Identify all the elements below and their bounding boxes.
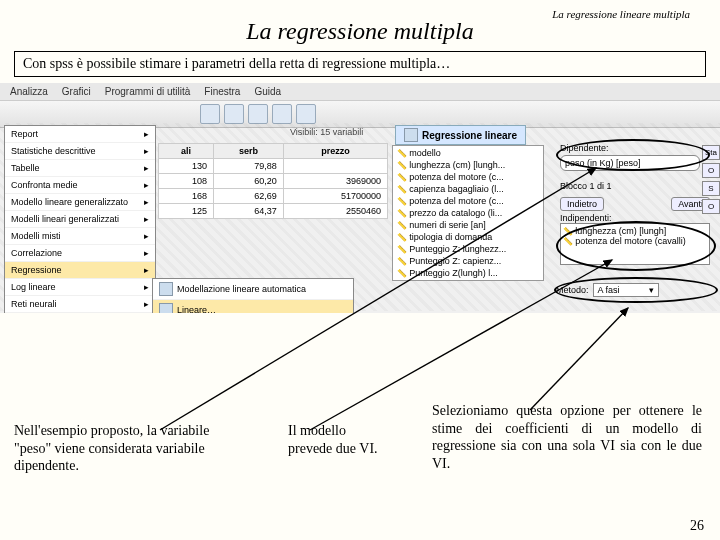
independent-field[interactable]: lunghezza (cm) [lungh] potenza del motor… bbox=[560, 223, 710, 265]
chart-icon bbox=[159, 303, 173, 313]
var-item[interactable]: tipologia di domanda bbox=[394, 231, 542, 243]
var-item[interactable]: Punteggio Z: capienz... bbox=[394, 255, 542, 267]
submenu-row[interactable]: Modellazione lineare automatica bbox=[153, 279, 353, 300]
var-item[interactable]: potenza del motore (c... bbox=[394, 171, 542, 183]
var-item[interactable]: numeri di serie [an] bbox=[394, 219, 542, 231]
menubar: Analizza Grafici Programmi di utilità Fi… bbox=[0, 83, 720, 101]
note-right: Selezioniamo questa opzione per ottenere… bbox=[432, 402, 702, 472]
menu-row-selected[interactable]: Regressione▸ bbox=[5, 262, 155, 279]
menu-row[interactable]: Modelli misti▸ bbox=[5, 228, 155, 245]
dependent-box: Dipendente: peso (in Kg) [peso] bbox=[560, 143, 700, 171]
menu-row[interactable]: Confronta medie▸ bbox=[5, 177, 155, 194]
page-title: La regressione multipla bbox=[0, 18, 720, 45]
cell: 64,37 bbox=[214, 204, 284, 219]
var-item[interactable]: prezzo da catalogo (li... bbox=[394, 207, 542, 219]
save-button[interactable]: S bbox=[702, 181, 720, 196]
block-row: Blocco 1 di 1 bbox=[560, 181, 710, 191]
data-grid: ali serb prezzo 13079,88 10860,203969000… bbox=[158, 143, 388, 219]
menu-row[interactable]: Reti neurali▸ bbox=[5, 296, 155, 313]
toolbar-icon[interactable] bbox=[224, 104, 244, 124]
menu-row[interactable]: Tabelle▸ bbox=[5, 160, 155, 177]
cell: 125 bbox=[159, 204, 214, 219]
opts2-button[interactable]: O bbox=[702, 199, 720, 214]
method-row: Metodo: A fasi▾ bbox=[556, 283, 712, 297]
indep-item: potenza del motore (cavalli) bbox=[563, 236, 707, 246]
menu-item[interactable]: Guida bbox=[254, 86, 281, 97]
visibility-label: Visibili: 15 variabili bbox=[290, 127, 363, 137]
var-item[interactable]: modello bbox=[394, 147, 542, 159]
cell: 108 bbox=[159, 174, 214, 189]
back-button[interactable]: Indietro bbox=[560, 197, 604, 211]
col-header: prezzo bbox=[283, 144, 387, 159]
toolbar-icon[interactable] bbox=[296, 104, 316, 124]
method-label: Metodo: bbox=[556, 285, 589, 295]
corner-header: La regressione lineare multipla bbox=[552, 8, 690, 20]
side-buttons: Sta O S O bbox=[702, 145, 720, 214]
indep-item: lunghezza (cm) [lungh] bbox=[563, 226, 707, 236]
regression-icon bbox=[404, 128, 418, 142]
analyze-menu[interactable]: Report▸ Statistiche descrittive▸ Tabelle… bbox=[4, 125, 156, 313]
cell: 62,69 bbox=[214, 189, 284, 204]
cell: 79,88 bbox=[214, 159, 284, 174]
stats-button[interactable]: Sta bbox=[702, 145, 720, 160]
cell: 2550460 bbox=[283, 204, 387, 219]
menu-row[interactable]: Log lineare▸ bbox=[5, 279, 155, 296]
menu-item[interactable]: Programmi di utilità bbox=[105, 86, 191, 97]
cell: 3969000 bbox=[283, 174, 387, 189]
cell: 60,20 bbox=[214, 174, 284, 189]
dependent-label: Dipendente: bbox=[560, 143, 700, 153]
menu-row[interactable]: Modello lineare generalizzato▸ bbox=[5, 194, 155, 211]
menu-row[interactable]: Report▸ bbox=[5, 126, 155, 143]
note-mid: Il modello prevede due VI. bbox=[288, 422, 388, 457]
page-number: 26 bbox=[690, 518, 704, 534]
col-header: serb bbox=[214, 144, 284, 159]
toolbar bbox=[0, 101, 720, 128]
dependent-field[interactable]: peso (in Kg) [peso] bbox=[560, 155, 700, 171]
cell: 51700000 bbox=[283, 189, 387, 204]
toolbar-icon[interactable] bbox=[248, 104, 268, 124]
variables-list[interactable]: modello lunghezza (cm) [lungh... potenza… bbox=[392, 145, 544, 281]
var-item[interactable]: lunghezza (cm) [lungh... bbox=[394, 159, 542, 171]
toolbar-icon[interactable] bbox=[200, 104, 220, 124]
independent-box: Indipendenti: lunghezza (cm) [lungh] pot… bbox=[560, 213, 710, 265]
col-header: ali bbox=[159, 144, 214, 159]
var-item[interactable]: Punteggio Z: lunghezz... bbox=[394, 243, 542, 255]
menu-row[interactable]: Correlazione▸ bbox=[5, 245, 155, 262]
submenu-row-selected[interactable]: Lineare… bbox=[153, 300, 353, 313]
spss-screenshot: Analizza Grafici Programmi di utilità Fi… bbox=[0, 83, 720, 313]
cell: 168 bbox=[159, 189, 214, 204]
block-label: Blocco 1 di 1 bbox=[560, 181, 612, 191]
chart-icon bbox=[159, 282, 173, 296]
opts-button[interactable]: O bbox=[702, 163, 720, 178]
var-item[interactable]: capienza bagagliaio (l... bbox=[394, 183, 542, 195]
note-left: Nell'esempio proposto, la variabile "pes… bbox=[14, 422, 244, 475]
menu-row[interactable]: Statistiche descrittive▸ bbox=[5, 143, 155, 160]
method-select[interactable]: A fasi▾ bbox=[593, 283, 659, 297]
annotations: Nell'esempio proposto, la variabile "pes… bbox=[0, 326, 720, 536]
cell: 130 bbox=[159, 159, 214, 174]
menu-item[interactable]: Grafici bbox=[62, 86, 91, 97]
var-item[interactable]: potenza del motore (c... bbox=[394, 195, 542, 207]
toolbar-icon[interactable] bbox=[272, 104, 292, 124]
menu-item[interactable]: Analizza bbox=[10, 86, 48, 97]
dialog-title: Regressione lineare bbox=[395, 125, 526, 145]
menu-row[interactable]: Modelli lineari generalizzati▸ bbox=[5, 211, 155, 228]
var-item[interactable]: Punteggio Z(lungh) l... bbox=[394, 267, 542, 279]
intro-box: Con spss è possibile stimare i parametri… bbox=[14, 51, 706, 77]
menu-item[interactable]: Finestra bbox=[204, 86, 240, 97]
independent-label: Indipendenti: bbox=[560, 213, 710, 223]
cell bbox=[283, 159, 387, 174]
chevron-down-icon: ▾ bbox=[649, 285, 654, 295]
regression-submenu[interactable]: Modellazione lineare automatica Lineare…… bbox=[152, 278, 354, 313]
